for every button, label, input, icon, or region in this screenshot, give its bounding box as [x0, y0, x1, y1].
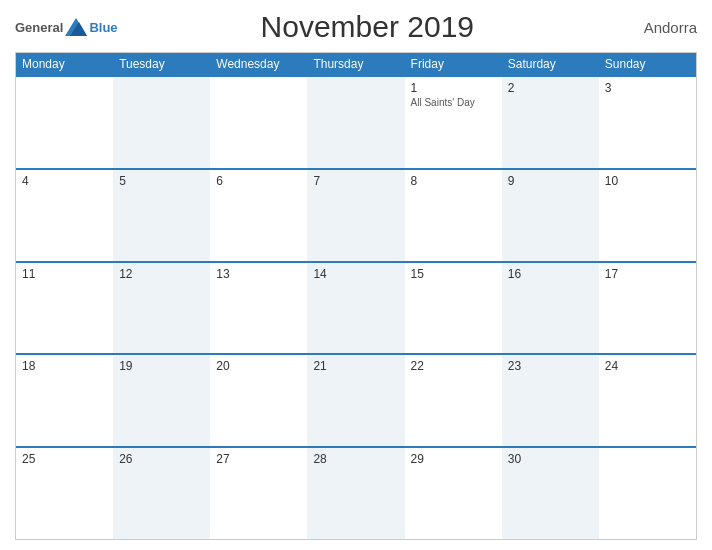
all-saints-day-event: All Saints' Day: [411, 97, 496, 108]
day-cell: [210, 77, 307, 168]
calendar-header: General Blue November 2019 Andorra: [15, 10, 697, 44]
day-cell: 21: [307, 355, 404, 446]
day-cell: 22: [405, 355, 502, 446]
calendar-page: General Blue November 2019 Andorra Monda…: [0, 0, 712, 550]
day-header-sunday: Sunday: [599, 53, 696, 75]
day-cell-empty: [599, 448, 696, 539]
logo-blue-text: Blue: [89, 20, 117, 35]
day-cell: 17: [599, 263, 696, 354]
day-cell: 9: [502, 170, 599, 261]
day-cell-nov1: 1 All Saints' Day: [405, 77, 502, 168]
calendar-grid: Monday Tuesday Wednesday Thursday Friday…: [15, 52, 697, 540]
logo: General Blue: [15, 18, 118, 36]
week-row-5: 25 26 27 28 29 30: [16, 446, 696, 539]
day-headers-row: Monday Tuesday Wednesday Thursday Friday…: [16, 53, 696, 75]
day-cell: [113, 77, 210, 168]
week-row-1: 1 All Saints' Day 2 3: [16, 75, 696, 168]
logo-icon: [65, 18, 87, 36]
day-header-friday: Friday: [405, 53, 502, 75]
calendar-weeks: 1 All Saints' Day 2 3 4 5 6 7 8 9 10 11 …: [16, 75, 696, 539]
day-cell: 20: [210, 355, 307, 446]
day-cell-nov3: 3: [599, 77, 696, 168]
day-header-wednesday: Wednesday: [210, 53, 307, 75]
day-cell: 8: [405, 170, 502, 261]
day-cell: 7: [307, 170, 404, 261]
day-cell-nov2: 2: [502, 77, 599, 168]
week-row-3: 11 12 13 14 15 16 17: [16, 261, 696, 354]
day-cell: 23: [502, 355, 599, 446]
day-cell: 13: [210, 263, 307, 354]
day-cell: 15: [405, 263, 502, 354]
week-row-2: 4 5 6 7 8 9 10: [16, 168, 696, 261]
day-cell: 14: [307, 263, 404, 354]
week-row-4: 18 19 20 21 22 23 24: [16, 353, 696, 446]
day-header-monday: Monday: [16, 53, 113, 75]
day-cell: 6: [210, 170, 307, 261]
day-cell: 19: [113, 355, 210, 446]
day-cell: 4: [16, 170, 113, 261]
day-cell: [16, 77, 113, 168]
day-cell: 25: [16, 448, 113, 539]
day-cell: 5: [113, 170, 210, 261]
day-cell: 27: [210, 448, 307, 539]
day-cell: 30: [502, 448, 599, 539]
day-cell: 10: [599, 170, 696, 261]
calendar-title: November 2019: [118, 10, 617, 44]
day-cell: 24: [599, 355, 696, 446]
day-cell: 26: [113, 448, 210, 539]
day-cell: [307, 77, 404, 168]
day-header-thursday: Thursday: [307, 53, 404, 75]
day-cell: 12: [113, 263, 210, 354]
day-cell: 29: [405, 448, 502, 539]
day-cell: 16: [502, 263, 599, 354]
country-label: Andorra: [617, 19, 697, 36]
day-cell: 28: [307, 448, 404, 539]
day-cell: 18: [16, 355, 113, 446]
day-cell: 11: [16, 263, 113, 354]
day-header-saturday: Saturday: [502, 53, 599, 75]
logo-general-text: General: [15, 20, 63, 35]
day-header-tuesday: Tuesday: [113, 53, 210, 75]
